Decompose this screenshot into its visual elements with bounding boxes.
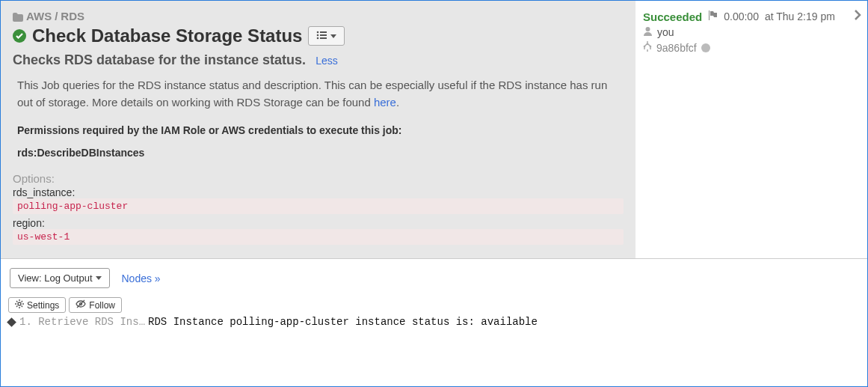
- view-mode-label: View: Log Output: [18, 272, 93, 284]
- success-check-icon: [13, 29, 26, 43]
- svg-point-0: [317, 31, 319, 34]
- caret-down-icon: [330, 34, 336, 38]
- folder-icon: [13, 10, 23, 22]
- svg-point-7: [644, 46, 646, 48]
- svg-rect-5: [320, 37, 327, 39]
- commit-hash[interactable]: 9a86bfcf: [656, 42, 697, 54]
- run-user: you: [657, 26, 674, 38]
- view-mode-button[interactable]: View: Log Output: [10, 268, 110, 288]
- svg-point-8: [650, 46, 652, 48]
- duration: 0.00:00: [724, 10, 759, 22]
- nodes-link[interactable]: Nodes »: [122, 272, 161, 284]
- breadcrumb-child[interactable]: RDS: [61, 10, 84, 22]
- option-key: rds_instance:: [13, 186, 624, 198]
- job-actions-button[interactable]: [308, 26, 345, 46]
- caret-down-icon: [96, 276, 102, 280]
- breadcrumb: AWS / RDS: [13, 10, 624, 22]
- chevron-right-icon[interactable]: [855, 10, 861, 23]
- svg-point-6: [646, 27, 650, 31]
- option-value: polling-app-cluster: [13, 198, 624, 214]
- list-icon: [316, 30, 327, 42]
- svg-point-2: [317, 34, 319, 37]
- job-title: Check Database Storage Status: [32, 25, 302, 46]
- permissions-heading: Permissions required by the IAM Role or …: [13, 124, 624, 136]
- svg-rect-1: [320, 31, 327, 33]
- timestamp: at Thu 2:19 pm: [765, 10, 835, 22]
- svg-point-4: [317, 37, 319, 40]
- step-bullet-icon: [7, 317, 16, 327]
- gear-icon: [15, 299, 24, 311]
- settings-button[interactable]: Settings: [8, 297, 66, 313]
- flag-icon: [708, 10, 718, 22]
- option-key: region:: [13, 217, 624, 229]
- log-step-name: 1. Retrieve RDS Ins…: [19, 316, 145, 328]
- follow-button[interactable]: Follow: [69, 297, 122, 313]
- description-link[interactable]: here: [374, 96, 396, 109]
- branch-icon: [643, 41, 652, 54]
- svg-point-9: [18, 302, 21, 305]
- job-subtitle: Checks RDS database for the instance sta…: [13, 52, 306, 67]
- svg-rect-3: [320, 34, 327, 36]
- breadcrumb-sep: /: [55, 10, 58, 22]
- log-message: RDS Instance polling-app-cluster instanc…: [148, 316, 538, 328]
- user-icon: [643, 26, 653, 38]
- option-value: us-west-1: [13, 229, 624, 245]
- status-badge: Succeeded: [643, 10, 702, 23]
- eye-slash-icon: [76, 299, 86, 311]
- job-description: This Job queries for the RDS instance st…: [13, 77, 624, 111]
- commit-dot-icon: [701, 43, 710, 52]
- permissions-item: rds:DescribeDBInstances: [13, 147, 624, 159]
- breadcrumb-parent[interactable]: AWS: [26, 10, 52, 22]
- less-toggle[interactable]: Less: [316, 55, 338, 67]
- log-line[interactable]: 1. Retrieve RDS Ins… RDS Instance pollin…: [1, 314, 867, 332]
- options-label: Options:: [13, 172, 624, 185]
